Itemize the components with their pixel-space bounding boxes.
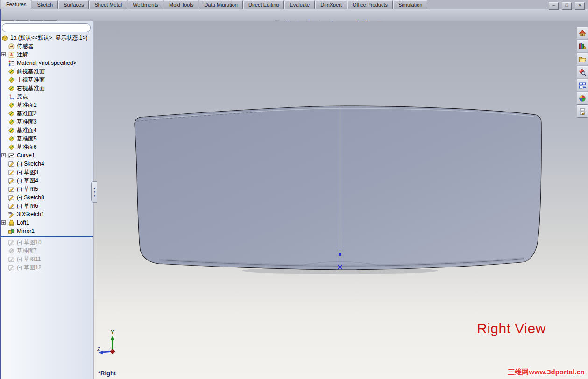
task-pane-tabs xyxy=(577,27,588,118)
tree-item-label: (-) 草图3 xyxy=(17,168,38,176)
tree-item-plane5[interactable]: 基准面5 xyxy=(0,134,93,143)
tree-item-label: 前视基准面 xyxy=(17,68,45,76)
plane-icon xyxy=(8,85,15,92)
feature-tree-filter[interactable] xyxy=(2,23,91,32)
tab-simulation[interactable]: Simulation xyxy=(393,0,427,9)
tab-sketch[interactable]: Sketch xyxy=(32,0,58,9)
tab-office-products[interactable]: Office Products xyxy=(347,0,393,9)
restore-button[interactable]: ❐ xyxy=(562,2,572,10)
tree-item-sketch11-cn[interactable]: (-) 草图11 xyxy=(0,255,93,263)
tree-item-sketch4-cn[interactable]: (-) 草图4 xyxy=(0,176,93,185)
tab-features[interactable]: Features xyxy=(1,0,31,9)
expand-plus-icon[interactable]: + xyxy=(1,52,6,56)
tree-item-label: 原点 xyxy=(17,93,28,101)
tree-item-plane2[interactable]: 基准面2 xyxy=(0,109,93,118)
tab-weldments[interactable]: Weldments xyxy=(128,0,163,9)
tab-data-migration[interactable]: Data Migration xyxy=(199,0,243,9)
tab-mold-tools[interactable]: Mold Tools xyxy=(164,0,198,9)
close-button[interactable]: ✕ xyxy=(575,2,585,10)
view-palette-icon xyxy=(579,82,586,89)
graphics-viewport[interactable]: Y Z Right View 三维网www.3dportal.cn *Right xyxy=(94,21,588,379)
plane-icon xyxy=(8,77,15,84)
tree-item-3dsketch1[interactable]: 3D3DSketch1 xyxy=(0,210,93,218)
tree-item-curve1[interactable]: +Curve1 xyxy=(0,151,93,160)
sketch-icon xyxy=(8,264,15,271)
tree-item-label: Mirror1 xyxy=(17,228,35,234)
file-explorer-tab[interactable] xyxy=(577,53,588,65)
tree-item-plane3[interactable]: 基准面3 xyxy=(0,118,93,126)
svg-text:3D: 3D xyxy=(8,211,12,214)
tree-item-root[interactable]: 1a (默认<<默认>_显示状态 1>) xyxy=(0,34,93,42)
tree-item-plane7[interactable]: 基准面7 xyxy=(0,246,93,255)
tab-sheet-metal[interactable]: Sheet Metal xyxy=(89,0,127,9)
tree-item-plane6[interactable]: 基准面6 xyxy=(0,143,93,151)
tree-item-sketch4[interactable]: (-) Sketch4 xyxy=(0,160,93,168)
material-icon xyxy=(8,60,15,67)
plane-icon xyxy=(8,135,15,142)
tree-item-loft1[interactable]: +Loft1 xyxy=(0,218,93,227)
tree-item-material[interactable]: Material <not specified> xyxy=(0,59,93,67)
tree-item-front-plane[interactable]: 前视基准面 xyxy=(0,67,93,76)
tree-item-top-plane[interactable]: 上视基准面 xyxy=(0,76,93,84)
view-palette-tab[interactable] xyxy=(577,79,588,91)
search-tab[interactable] xyxy=(577,66,588,78)
plane-icon xyxy=(8,102,15,109)
plane-icon xyxy=(8,110,15,117)
window-controls: ─❐✕ xyxy=(549,2,585,10)
model-body[interactable] xyxy=(135,106,541,270)
tab-direct-editing[interactable]: Direct Editing xyxy=(243,0,284,9)
view-annotation: Right View xyxy=(477,321,546,337)
tree-item-label: 基准面4 xyxy=(17,126,37,134)
tree-item-sketch10-cn[interactable]: (-) 草图10 xyxy=(0,238,93,246)
expand-plus-icon[interactable]: + xyxy=(1,153,6,157)
tab-dimxpert[interactable]: DimXpert xyxy=(315,0,347,9)
orientation-triad: Y Z xyxy=(97,330,115,355)
tree-item-label: 基准面1 xyxy=(17,101,37,109)
design-library-tab[interactable] xyxy=(577,40,588,52)
sketch3d-icon: 3D xyxy=(8,211,15,218)
collapse-arrow-icon: ◂ xyxy=(93,190,95,194)
tab-surfaces[interactable]: Surfaces xyxy=(58,0,89,9)
tree-item-sketch5-cn[interactable]: (-) 草图5 xyxy=(0,185,93,193)
tree-item-sketch8[interactable]: (-) Sketch8 xyxy=(0,193,93,202)
plane-icon xyxy=(8,68,15,75)
loft-icon xyxy=(8,219,15,226)
mirror-icon xyxy=(8,228,15,235)
tree-item-origin[interactable]: 原点 xyxy=(0,92,93,101)
rollback-bar[interactable] xyxy=(0,236,93,237)
collapse-arrow-icon: ◂ xyxy=(93,186,95,190)
custom-properties-tab[interactable] xyxy=(577,105,588,118)
tree-item-sensors[interactable]: 传感器 xyxy=(0,42,93,50)
triad-z-label: Z xyxy=(97,346,100,351)
tab-evaluate[interactable]: Evaluate xyxy=(284,0,315,9)
tree-item-plane4[interactable]: 基准面4 xyxy=(0,126,93,134)
file-explorer-icon xyxy=(579,56,586,63)
home-icon xyxy=(579,29,586,37)
sketch-icon xyxy=(8,169,15,176)
tree-item-annotations[interactable]: +A注解 xyxy=(0,50,93,59)
custom-properties-icon xyxy=(579,108,586,115)
sketch-icon xyxy=(8,161,15,168)
tree-item-label: 基准面5 xyxy=(17,135,37,143)
tree-item-mirror1[interactable]: Mirror1 xyxy=(0,227,93,235)
panel-splitter-handle[interactable]: ◂ ◂ ◂ xyxy=(91,181,97,203)
view-orientation-label: *Right xyxy=(98,370,116,377)
toolbar-row: » ▾▾▾▾▾ xyxy=(0,9,588,21)
plane-icon xyxy=(8,127,15,134)
sketch-icon xyxy=(8,256,15,263)
tree-item-plane1[interactable]: 基准面1 xyxy=(0,101,93,109)
search-icon xyxy=(579,69,586,76)
tree-item-label: 右视基准面 xyxy=(17,84,45,92)
tree-item-sketch3-cn[interactable]: (-) 草图3 xyxy=(0,168,93,176)
appearances-scenes-tab[interactable] xyxy=(577,92,588,105)
tree-item-sketch12-cn[interactable]: (-) 草图12 xyxy=(0,263,93,272)
expand-plus-icon[interactable]: + xyxy=(1,220,6,225)
tree-item-label: Loft1 xyxy=(17,219,29,226)
triad-y-label: Y xyxy=(111,330,114,335)
solidworks-resources-tab[interactable] xyxy=(577,27,588,39)
tree-item-sketch6-cn[interactable]: (-) 草图6 xyxy=(0,202,93,210)
filter-input[interactable] xyxy=(4,24,76,31)
minimize-button[interactable]: ─ xyxy=(549,2,559,10)
tree-item-label: Material <not specified> xyxy=(17,60,76,66)
tree-item-right-plane[interactable]: 右视基准面 xyxy=(0,84,93,92)
